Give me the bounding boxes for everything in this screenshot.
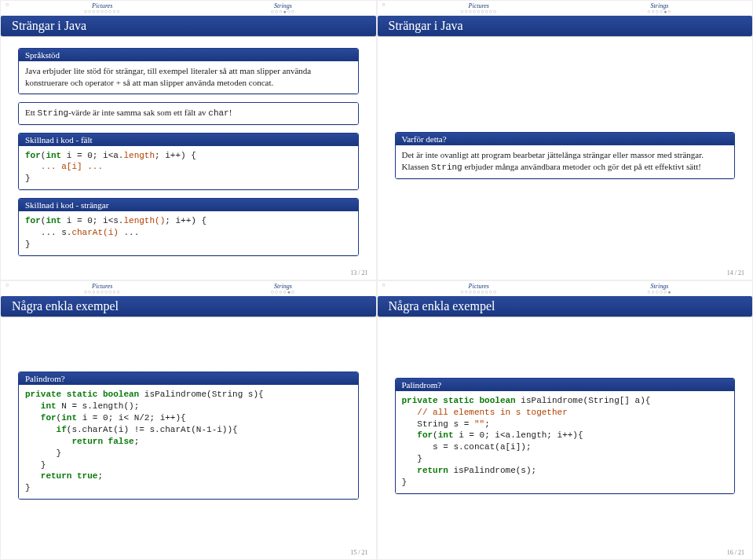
block-palindrom: Palindrom? private static boolean isPali… [18,372,359,500]
block-sprakstod: Språkstöd Java erbjuder lite stöd för st… [18,48,359,94]
block-skillnad-strangar: Skillnad i kod - strängar for(int i = 0;… [18,198,359,256]
slide-title: Strängar i Java [1,16,376,36]
slide-title: Några enkla exempel [1,296,376,317]
nav-bar: ○ Pictures○○○○○○○○○ Strings○○○○●○ [1,281,376,295]
nav-bar: ○ Pictures○○○○○○○○○ Strings○○○○○● [378,281,753,295]
nav-bar: ○ Pictures○○○○○○○○○ Strings○○○○●○ [378,1,753,15]
page-number: 16 / 21 [727,549,744,556]
slide-15: ○ Pictures○○○○○○○○○ Strings○○○○●○ Några … [0,280,377,561]
slide-title: Strängar i Java [378,16,753,36]
block-varfor: Varför detta? Det är inte ovanligt att p… [395,132,736,179]
slide-14: ○ Pictures○○○○○○○○○ Strings○○○○●○ Sträng… [377,0,754,280]
page-number: 15 / 21 [350,549,367,556]
block-note: Ett String-värde är inte samma sak som e… [18,102,359,125]
page-number: 13 / 21 [350,269,367,276]
block-skillnad-falt: Skillnad i kod - fält for(int i = 0; i<a… [18,133,359,191]
page-number: 14 / 21 [727,269,744,276]
slide-16: ○ Pictures○○○○○○○○○ Strings○○○○○● Några … [377,280,754,561]
slide-title: Några enkla exempel [378,296,753,317]
slide-13: ○ Pictures○○○○○○○○○ Strings○○○●○○ Sträng… [0,0,377,280]
block-palindrom-array: Palindrom? private static boolean isPali… [395,378,736,494]
nav-bar: ○ Pictures○○○○○○○○○ Strings○○○●○○ [1,1,376,15]
